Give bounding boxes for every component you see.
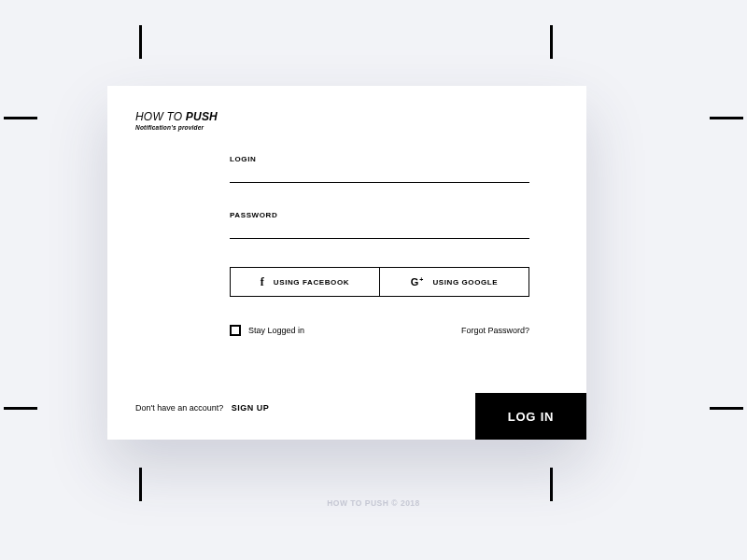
form-options-row: Stay Logged in Forgot Password? bbox=[230, 325, 529, 336]
brand-subtitle: Notification's provider bbox=[135, 124, 218, 131]
crop-mark bbox=[550, 25, 553, 59]
forgot-password-link[interactable]: Forgot Password? bbox=[461, 326, 529, 335]
crop-mark bbox=[710, 117, 743, 119]
brand-title-pre: HOW TO bbox=[135, 110, 186, 123]
crop-mark bbox=[139, 468, 142, 501]
page-footer: HOW TO PUSH © 2018 bbox=[0, 498, 747, 508]
facebook-login-label: USING FACEBOOK bbox=[274, 278, 349, 287]
crop-mark bbox=[550, 468, 553, 501]
password-field-group: PASSWORD bbox=[230, 211, 529, 239]
crop-mark bbox=[139, 25, 142, 59]
signup-prompt: Don't have an account? SIGN UP bbox=[135, 403, 269, 413]
signup-link[interactable]: SIGN UP bbox=[232, 403, 270, 413]
password-input[interactable] bbox=[230, 226, 529, 239]
login-button[interactable]: LOG IN bbox=[475, 393, 586, 440]
login-label: LOGIN bbox=[230, 155, 529, 163]
stay-logged-label: Stay Logged in bbox=[248, 326, 304, 335]
google-login-button[interactable]: G+ USING GOOGLE bbox=[380, 267, 529, 297]
stay-logged-checkbox[interactable]: Stay Logged in bbox=[230, 325, 304, 336]
login-field-group: LOGIN bbox=[230, 155, 529, 183]
brand-title: HOW TO PUSH bbox=[135, 110, 218, 123]
brand-title-bold: PUSH bbox=[186, 110, 218, 123]
facebook-icon: f bbox=[261, 275, 264, 289]
password-label: PASSWORD bbox=[230, 211, 529, 219]
crop-mark bbox=[710, 407, 743, 410]
crop-mark bbox=[4, 117, 37, 119]
login-card: HOW TO PUSH Notification's provider LOGI… bbox=[107, 86, 586, 440]
login-input[interactable] bbox=[230, 170, 529, 183]
social-login-row: f USING FACEBOOK G+ USING GOOGLE bbox=[230, 267, 529, 297]
signup-prompt-text: Don't have an account? bbox=[135, 403, 223, 413]
login-form: LOGIN PASSWORD f USING FACEBOOK G+ USING… bbox=[230, 155, 529, 336]
facebook-login-button[interactable]: f USING FACEBOOK bbox=[230, 267, 380, 297]
brand-block: HOW TO PUSH Notification's provider bbox=[135, 110, 218, 131]
google-login-label: USING GOOGLE bbox=[432, 278, 498, 287]
google-plus-icon: G+ bbox=[411, 276, 424, 287]
crop-mark bbox=[4, 407, 37, 410]
checkbox-icon bbox=[230, 325, 241, 336]
